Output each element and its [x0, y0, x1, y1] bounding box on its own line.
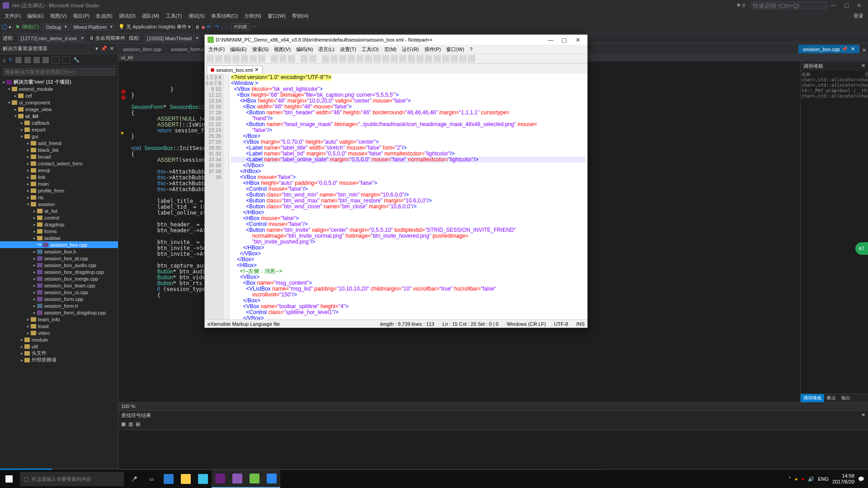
toolbar-more-icon[interactable]: ⋯	[251, 24, 256, 30]
tray-up-icon[interactable]: ˄	[788, 476, 791, 482]
refresh-icon[interactable]: ↻	[9, 57, 13, 63]
npp-minimize-icon[interactable]: —	[544, 37, 557, 43]
npp-menu-search[interactable]: 搜索(S)	[250, 46, 271, 53]
tab-output[interactable]: 输出	[839, 394, 853, 402]
nav-scope[interactable]: ui_kit	[121, 55, 133, 60]
npp-tb-icon[interactable]	[373, 55, 381, 62]
npp-tb-icon[interactable]	[451, 55, 458, 62]
npp-tb-icon[interactable]	[382, 55, 389, 62]
step-into-icon[interactable]: ↓	[221, 24, 223, 30]
task-vs2[interactable]	[229, 470, 246, 488]
npp-menu-language[interactable]: 语言(L)	[316, 46, 336, 53]
breakpoint-icon[interactable]	[121, 89, 126, 94]
npp-tb-icon[interactable]	[356, 55, 363, 62]
tb-icon[interactable]: ▦	[121, 421, 126, 429]
sln-tb-icon[interactable]	[52, 56, 60, 64]
tb-icon[interactable]: ▤	[136, 421, 140, 429]
npp-menu-encoding[interactable]: 编码(N)	[294, 46, 315, 53]
floating-badge[interactable]: 67	[855, 242, 868, 255]
panel-pin-icon[interactable]: 📌	[99, 46, 108, 52]
npp-tb-icon[interactable]	[425, 55, 432, 62]
tray-volume-icon[interactable]: 🔊	[808, 476, 814, 482]
task-vs[interactable]	[212, 470, 229, 488]
npp-menu-window[interactable]: 窗口(W)	[444, 46, 466, 53]
npp-tb-icon[interactable]	[250, 55, 257, 62]
npp-tb-icon[interactable]	[288, 55, 295, 62]
lifecycle-events[interactable]: ⏸ 生命周期事件	[89, 35, 125, 42]
menu-build[interactable]: 生成(B)	[93, 12, 115, 20]
config-combo[interactable]: Debug	[43, 23, 68, 31]
npp-tb-icon[interactable]	[271, 55, 278, 62]
sln-tb-icon[interactable]	[15, 57, 22, 63]
npp-tb-icon[interactable]	[301, 55, 308, 62]
notification-flag-icon[interactable]: ⚑ 8	[736, 3, 745, 9]
npp-menu-tools[interactable]: 工具(O)	[360, 46, 381, 53]
nav-fwd-icon[interactable]: ▸	[9, 24, 12, 30]
task-mic-icon[interactable]: 🎤	[126, 470, 143, 488]
npp-tb-icon[interactable]	[309, 55, 316, 62]
tray-notifications-icon[interactable]: 💬	[858, 476, 864, 482]
sln-tb-icon[interactable]	[42, 57, 49, 63]
npp-tb-icon[interactable]	[330, 55, 338, 62]
tray-icon[interactable]: ●	[795, 476, 798, 482]
menu-debug[interactable]: 调试(D)	[116, 12, 138, 20]
tab-breakpoints[interactable]: 断点	[824, 394, 839, 402]
npp-tb-icon[interactable]	[459, 55, 467, 62]
menu-project[interactable]: 项目(P)	[70, 12, 92, 20]
minimize-icon[interactable]: —	[827, 2, 840, 9]
task-app2[interactable]	[263, 470, 280, 488]
npp-tb-icon[interactable]	[215, 55, 222, 62]
menu-window[interactable]: 窗口(W)	[265, 12, 288, 20]
npp-tb-icon[interactable]	[232, 55, 240, 62]
npp-tb-icon[interactable]	[365, 55, 372, 62]
nav-back-icon[interactable]: ◯	[2, 24, 7, 30]
editor-tab-active[interactable]: session_box.cpp📌✕	[798, 45, 860, 53]
npp-maximize-icon[interactable]: ▢	[557, 37, 571, 43]
login-link[interactable]: 登录	[851, 12, 866, 20]
npp-tb-icon[interactable]	[258, 55, 265, 62]
solution-search-input[interactable]	[3, 68, 115, 76]
step-over-icon[interactable]: ↷	[215, 24, 219, 30]
task-explorer[interactable]	[177, 470, 194, 488]
sln-tb-icon[interactable]	[62, 56, 71, 64]
npp-tb-icon[interactable]	[322, 55, 329, 62]
npp-tb-icon[interactable]	[391, 55, 398, 62]
npp-menu-macro[interactable]: 宏(M)	[382, 46, 399, 53]
npp-tb-icon[interactable]	[442, 55, 449, 62]
menu-arch[interactable]: 体系结构(C)	[208, 12, 241, 20]
npp-menu-run[interactable]: 运行(R)	[400, 46, 420, 53]
task-app[interactable]	[194, 470, 212, 488]
npp-tb-icon[interactable]	[279, 55, 287, 62]
tray-lang[interactable]: ENG	[818, 476, 829, 482]
npp-tb-icon[interactable]	[224, 55, 231, 62]
step-out-icon[interactable]: ↑	[225, 24, 227, 30]
npp-tb-icon[interactable]	[207, 55, 214, 62]
close-icon[interactable]: ✕	[853, 2, 865, 9]
npp-menu-file[interactable]: 文件(F)	[207, 46, 226, 53]
npp-close-icon[interactable]: ✕	[571, 37, 585, 43]
restart-icon[interactable]: ⟳	[207, 24, 211, 30]
continue-button[interactable]: ▶ 继续(C)	[16, 23, 39, 30]
breakpoint-icon[interactable]	[121, 95, 126, 100]
home-icon[interactable]: ⌂	[3, 57, 6, 63]
panel-close-icon[interactable]: ✕	[861, 63, 865, 70]
codemap-button[interactable]: 代码图	[231, 23, 250, 31]
npp-menu-help[interactable]: ?	[468, 46, 474, 52]
task-view-icon[interactable]: ▭	[143, 470, 160, 488]
npp-file-tab[interactable]: session_box.xml✕	[207, 66, 263, 74]
zoom-level[interactable]: 100 %	[118, 402, 868, 410]
npp-tb-icon[interactable]	[468, 55, 475, 62]
system-tray[interactable]: ˄ ● ● 🔊 ENG 14:582017/6/20 💬	[785, 473, 868, 485]
stop-icon[interactable]: ■	[202, 24, 205, 30]
npp-tb-icon[interactable]	[416, 55, 424, 62]
app-insights-combo[interactable]: 💡 无 Application Insights 事件 ▾	[118, 23, 191, 30]
thread-combo[interactable]: [15920] MainThread	[144, 35, 200, 42]
npp-menu-edit[interactable]: 编辑(E)	[228, 46, 249, 53]
taskbar-search[interactable]: ◯在这里输入你要搜索的内容	[20, 472, 124, 486]
solution-tree[interactable]: ▾解决方案'nim' (12 个项目) ▾extend_module ▸cef …	[0, 78, 118, 468]
tabwell-close-icon[interactable]: ✕	[860, 47, 868, 53]
npp-editor[interactable]: 1 2 3 4 5 6 7 8 9 10 11 12 13 14 15 16 1…	[205, 74, 587, 319]
npp-menu-settings[interactable]: 设置(T)	[338, 46, 358, 53]
pause-icon[interactable]: ⏸	[195, 24, 200, 30]
quick-launch-input[interactable]	[750, 1, 827, 9]
